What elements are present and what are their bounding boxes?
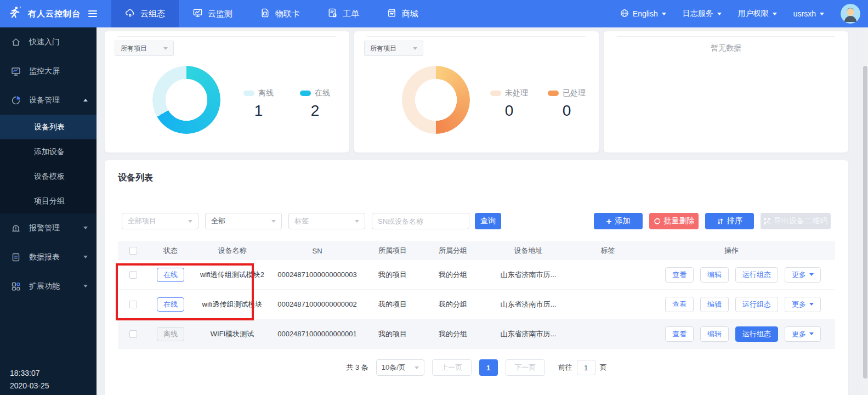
run-scada-button[interactable]: 运行组态 [735, 297, 778, 312]
cell-group: 我的分组 [423, 300, 483, 309]
sidebar-item-project-group[interactable]: 项目分组 [0, 189, 97, 213]
row-checkbox[interactable] [129, 301, 137, 308]
top-nav: 有人云控制台 云组态 云监测 [0, 0, 868, 27]
tag-filter-select[interactable]: 标签 [288, 213, 365, 229]
add-button[interactable]: + 添加 [594, 213, 643, 229]
chevron-down-icon [809, 332, 814, 335]
sidebar-item-alarm-management[interactable]: 报警管理 [0, 213, 97, 242]
run-scada-button[interactable]: 运行组态 [735, 267, 778, 283]
cell-device-name: wifi透传组测试模块2 [192, 270, 272, 280]
username-label: usrsxh [793, 9, 816, 18]
unhandled-count: 0 [490, 102, 528, 120]
card-divider [367, 36, 586, 37]
sort-button[interactable]: 排序 [705, 213, 754, 229]
sidebar-item-extensions[interactable]: 扩展功能 [0, 272, 97, 301]
sidebar-item-label: 快速入门 [29, 37, 88, 47]
page-1-button[interactable]: 1 [479, 359, 498, 376]
sidebar-item-device-list[interactable]: 设备列表 [0, 115, 97, 139]
view-button[interactable]: 查看 [665, 326, 694, 342]
scrollbar-track[interactable] [863, 27, 868, 395]
legend-label: 已处理 [563, 88, 586, 98]
cell-project: 我的项目 [362, 329, 423, 339]
export-qr-button[interactable]: 导出设备二维码 [761, 213, 831, 229]
card-divider [617, 36, 835, 37]
globe-icon [620, 9, 629, 19]
tab-label: 工单 [343, 9, 359, 19]
more-button[interactable]: 更多 [785, 326, 821, 342]
batch-delete-button[interactable]: 批量删除 [649, 213, 699, 229]
sidebar-item-monitor-screen[interactable]: 监控大屏 [0, 57, 97, 86]
clock-time: 18:33:07 [10, 367, 49, 380]
row-checkbox[interactable] [129, 271, 137, 279]
view-button[interactable]: 查看 [665, 267, 694, 283]
scrollbar-thumb[interactable] [863, 66, 867, 379]
chevron-down-icon [413, 47, 417, 50]
tab-mall[interactable]: 商城 [373, 0, 432, 27]
goto-unit: 页 [600, 363, 607, 373]
sidebar-item-quick-start[interactable]: 快速入门 [0, 27, 97, 57]
project-filter-select[interactable]: 全部项目 [122, 213, 198, 229]
filter-bar: 全部项目 全部 标签 查询 + 添加 批量删除 [105, 213, 848, 229]
edit-button[interactable]: 编辑 [700, 297, 729, 312]
legend-offline[interactable]: 离线 1 [243, 88, 274, 120]
legend-handled[interactable]: 已处理 0 [548, 88, 586, 120]
legend-unhandled[interactable]: 未处理 0 [490, 88, 528, 120]
tab-cloud-monitor[interactable]: 云监测 [179, 0, 246, 27]
button-label: 更多 [792, 270, 806, 280]
chevron-down-icon [773, 13, 777, 15]
avatar[interactable] [841, 4, 860, 24]
sidebar-item-device-management[interactable]: 设备管理 [0, 86, 97, 115]
sidebar-item-data-report[interactable]: 数据报表 [0, 242, 97, 272]
header-actions: 操作 [642, 246, 835, 256]
language-menu[interactable]: English [620, 9, 666, 19]
sidebar-item-add-device[interactable]: 添加设备 [0, 139, 97, 164]
edit-button[interactable]: 编辑 [700, 267, 729, 283]
button-label: 更多 [792, 300, 806, 309]
legend-online[interactable]: 在线 2 [300, 88, 330, 120]
work-order-icon [327, 8, 338, 20]
button-label: 运行组态 [742, 300, 771, 309]
header-project: 所属项目 [362, 246, 423, 256]
empty-data-card: 暂无数据 [604, 31, 848, 153]
pie-chart-icon [11, 95, 21, 105]
legend-swatch-handled [548, 91, 559, 96]
button-label: 批量删除 [664, 216, 695, 226]
scope-filter-select[interactable]: 全部 [205, 213, 282, 229]
cell-project: 我的项目 [362, 270, 423, 280]
device-project-filter-select[interactable]: 所有项目 [115, 41, 174, 56]
search-input[interactable] [378, 217, 463, 225]
log-service-menu[interactable]: 日志服务 [683, 9, 722, 19]
status-badge: 离线 [157, 327, 184, 341]
run-scada-button[interactable]: 运行组态 [735, 326, 778, 342]
sub-item-label: 项目分组 [34, 196, 65, 206]
more-button[interactable]: 更多 [785, 267, 821, 283]
tab-cloud-scada[interactable]: 云组态 [111, 0, 179, 27]
cell-device-name: WIFI模块测试 [192, 329, 272, 339]
status-badge: 在线 [157, 268, 184, 282]
prev-page-button[interactable]: 上一页 [432, 359, 472, 376]
page-size-select[interactable]: 10条/页 [376, 359, 424, 376]
next-page-button[interactable]: 下一页 [506, 359, 545, 376]
tab-label: 商城 [402, 9, 418, 19]
button-label: 编辑 [707, 270, 722, 280]
sn-search-field[interactable] [372, 213, 469, 229]
view-button[interactable]: 查看 [665, 297, 694, 312]
goto-page-input[interactable] [577, 360, 595, 375]
query-button[interactable]: 查询 [475, 213, 501, 229]
alarm-project-filter-select[interactable]: 所有项目 [364, 41, 423, 56]
permission-menu[interactable]: 用户权限 [738, 9, 777, 19]
tab-iot-card[interactable]: 物联卡 [246, 0, 314, 27]
row-checkbox[interactable] [129, 330, 137, 338]
sidebar-clock: 18:33:07 2020-03-25 [10, 367, 49, 392]
sidebar-item-device-template[interactable]: 设备模板 [0, 164, 97, 189]
more-button[interactable]: 更多 [785, 297, 821, 312]
menu-collapse-icon[interactable] [88, 10, 97, 17]
goto-page: 前往 页 [558, 360, 607, 375]
tab-work-order[interactable]: 工单 [314, 0, 373, 27]
nav-right: English 日志服务 用户权限 usrsxh [620, 0, 868, 27]
edit-button[interactable]: 编辑 [700, 326, 729, 342]
cell-device-name: wifi透传组测试模块 [192, 300, 272, 309]
chevron-down-icon [83, 227, 88, 229]
user-menu[interactable]: usrsxh [793, 9, 824, 18]
select-all-checkbox[interactable] [129, 247, 137, 255]
